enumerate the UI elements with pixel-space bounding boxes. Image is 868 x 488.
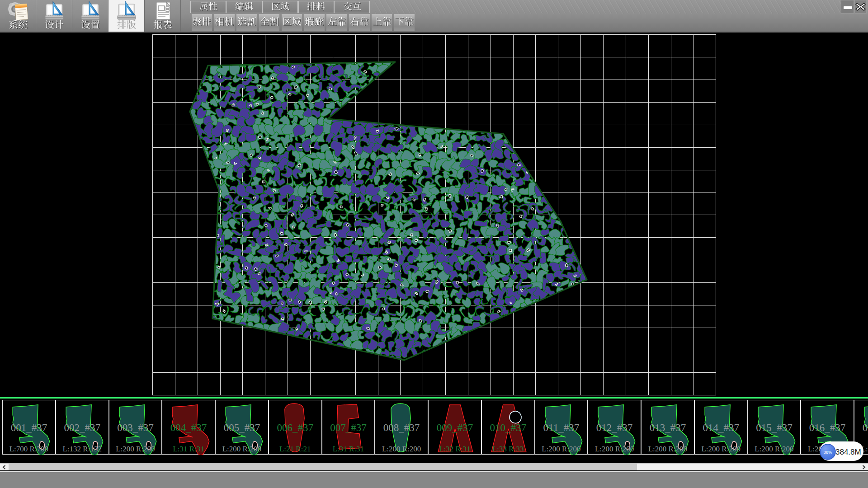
svg-text:38%: 38%	[823, 450, 832, 455]
